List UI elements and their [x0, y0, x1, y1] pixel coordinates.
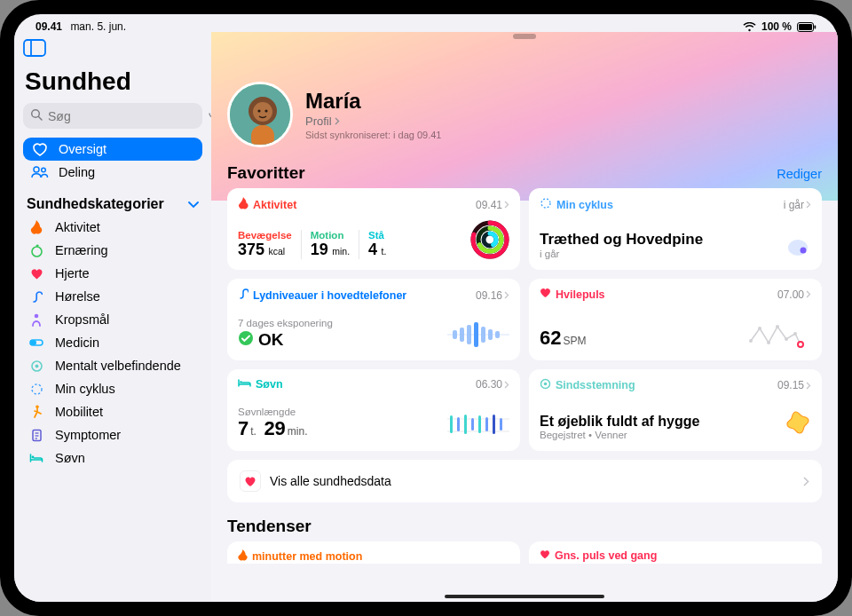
- card-soevn[interactable]: Søvn 06.30 Søvnlængde: [227, 369, 520, 451]
- category-aktivitet[interactable]: Aktivitet: [23, 216, 202, 239]
- category-icon: [27, 429, 46, 442]
- trends-title: Tendenser: [227, 517, 822, 536]
- category-min-cyklus[interactable]: Min cyklus: [23, 377, 202, 400]
- sleep-sub: Søvnlængde: [238, 407, 308, 417]
- category-medicin[interactable]: Medicin: [23, 331, 202, 354]
- svg-point-10: [42, 168, 46, 172]
- card-time: 09.16: [476, 289, 509, 302]
- activity-rings-icon: [470, 220, 509, 259]
- category-symptomer[interactable]: Symptomer: [23, 423, 202, 446]
- trend-motion-minutes[interactable]: minutter med motion: [227, 541, 520, 564]
- svg-rect-60: [464, 415, 467, 434]
- sleep-bars-icon: [447, 410, 509, 440]
- avatar[interactable]: [227, 82, 293, 147]
- heart-outline-icon: [30, 142, 50, 156]
- category-label: Kropsmål: [55, 312, 109, 327]
- svg-rect-61: [471, 418, 474, 430]
- card-hvilepuls[interactable]: Hvilepuls 07.00 62SPM: [529, 279, 822, 360]
- category-kropsmål[interactable]: Kropsmål: [23, 308, 202, 331]
- trend-walking-hr[interactable]: Gns. puls ved gang: [529, 541, 822, 564]
- category-ernæring[interactable]: Ernæring: [23, 239, 202, 262]
- card-sindsstemning[interactable]: Sindsstemning 09.15 Et øjeblik fuldt af …: [529, 369, 822, 451]
- category-icon: [27, 313, 46, 327]
- svg-point-9: [34, 167, 39, 172]
- favorites-header: Favoritter Rediger: [227, 163, 822, 183]
- card-min-cyklus[interactable]: Min cyklus i går Træthed og Hovedpine: [529, 188, 822, 270]
- battery-icon: [797, 22, 816, 32]
- category-label: Hørelse: [55, 289, 100, 304]
- audio-status: OK: [258, 330, 284, 350]
- category-icon: [27, 453, 46, 463]
- card-title: Sindsstemning: [540, 378, 635, 392]
- category-icon: [27, 220, 46, 234]
- status-left: 09.41 man. 5. jun.: [36, 20, 126, 33]
- card-aktivitet[interactable]: Aktivitet 09.41 Bevægelse: [227, 188, 520, 270]
- hr-unit: SPM: [563, 335, 586, 347]
- category-mentalt-velbefindende[interactable]: Mentalt velbefindende: [23, 354, 202, 377]
- profile-link[interactable]: Profil: [305, 115, 441, 128]
- svg-rect-59: [457, 417, 460, 431]
- category-mobilitet[interactable]: Mobilitet: [23, 400, 202, 423]
- hr-value: 62: [540, 327, 561, 349]
- category-icon: [27, 244, 46, 257]
- nav-oversigt[interactable]: Oversigt: [23, 138, 202, 161]
- main-content: María Profil Sidst synkroniseret: i dag …: [211, 32, 838, 602]
- categories-header[interactable]: Sundhedskategorier: [27, 196, 199, 212]
- mood-sub: Begejstret • Venner: [540, 430, 699, 440]
- profile-header: María Profil Sidst synkroniseret: i dag …: [227, 82, 822, 147]
- svg-point-12: [35, 313, 39, 318]
- search-field[interactable]: [23, 103, 202, 129]
- svg-rect-43: [467, 325, 471, 344]
- home-indicator[interactable]: [445, 595, 604, 598]
- battery-percent: 100 %: [761, 20, 792, 33]
- nav-list: Oversigt Deling: [23, 138, 202, 184]
- category-label: Søvn: [55, 451, 85, 465]
- svg-rect-62: [478, 415, 481, 433]
- svg-rect-41: [453, 330, 457, 339]
- category-icon: [27, 289, 46, 304]
- svg-point-67: [544, 383, 548, 386]
- svg-point-54: [798, 342, 803, 347]
- svg-rect-58: [450, 415, 453, 433]
- status-bar: 09.41 man. 5. jun. 100 %: [14, 14, 838, 36]
- category-label: Hjerte: [55, 266, 90, 280]
- favorites-title: Favoritter: [227, 163, 305, 183]
- category-søvn[interactable]: Søvn: [23, 446, 202, 470]
- svg-rect-65: [500, 418, 502, 430]
- mood-main: Et øjeblik fuldt af hygge: [540, 414, 699, 430]
- checkmark-icon: [238, 330, 254, 350]
- bed-icon: [238, 378, 251, 391]
- category-hørelse[interactable]: Hørelse: [23, 285, 202, 308]
- svg-point-11: [32, 247, 42, 257]
- wifi-icon: [743, 22, 756, 32]
- category-label: Mobilitet: [55, 405, 103, 419]
- sidebar-toggle-icon[interactable]: [23, 39, 48, 60]
- category-label: Symptomer: [55, 428, 121, 442]
- svg-point-52: [785, 337, 788, 341]
- profile-info: María Profil Sidst synkroniseret: i dag …: [305, 89, 441, 140]
- cycle-oval-icon: [785, 233, 811, 259]
- svg-point-29: [264, 109, 267, 112]
- svg-point-26: [253, 102, 272, 122]
- card-title: Søvn: [238, 378, 283, 391]
- show-all-label: Vis alle sundhedsdata: [270, 474, 391, 488]
- status-time: 09.41: [36, 20, 62, 33]
- hr-sparkline-icon: [749, 320, 811, 350]
- edit-button[interactable]: Rediger: [777, 167, 822, 181]
- show-all-data[interactable]: Vis alle sundhedsdata: [227, 460, 822, 502]
- star-blob-icon: [781, 410, 811, 440]
- category-hjerte[interactable]: Hjerte: [23, 262, 202, 285]
- profile-name: María: [305, 89, 441, 114]
- heart-icon: [540, 549, 550, 562]
- category-label: Min cyklus: [55, 382, 115, 396]
- card-lydniveauer[interactable]: Lydniveauer i hovedtelefoner 09.16 7 dag…: [227, 279, 520, 360]
- flame-icon: [238, 549, 248, 564]
- card-time: i går: [784, 199, 811, 211]
- app-title: Sundhed: [25, 67, 202, 96]
- trends-row: minutter med motion Gns. puls ved gang: [227, 541, 822, 564]
- svg-point-51: [776, 325, 779, 328]
- card-time: 07.00: [777, 288, 811, 301]
- search-input[interactable]: [48, 109, 203, 123]
- category-label: Medicin: [55, 336, 99, 350]
- nav-deling[interactable]: Deling: [23, 161, 202, 184]
